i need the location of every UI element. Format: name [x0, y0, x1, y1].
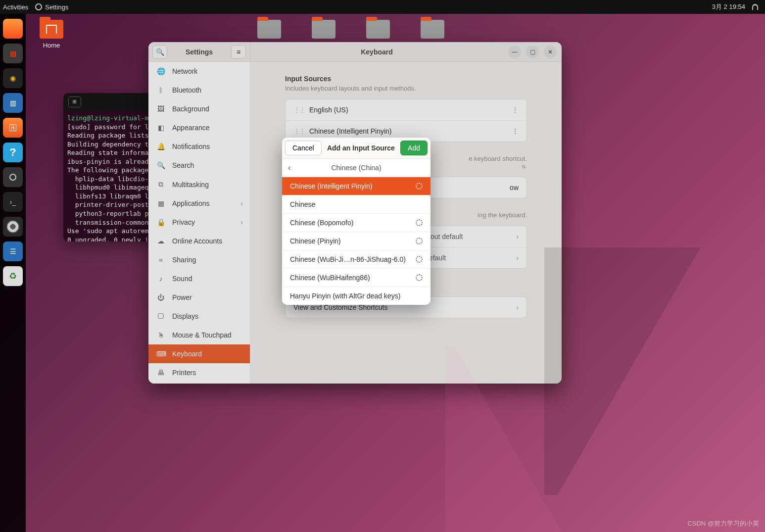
settings-icon — [35, 3, 42, 10]
dock-libreoffice[interactable]: ▥ — [3, 93, 23, 113]
sidebar-item-label: Background — [172, 105, 209, 113]
dialog-subheader: ‹ Chinese (China) — [282, 159, 430, 177]
dock-rhythmbox[interactable]: ◉ — [3, 68, 23, 88]
desktop-home[interactable]: Home — [40, 20, 63, 49]
option-label: Chinese (WuBi-Ji…n-86-JiShuag-6.0) — [290, 255, 406, 263]
sidebar-item-displays[interactable]: 🖵Displays — [148, 307, 250, 326]
gear-icon — [416, 274, 423, 281]
input-source-option[interactable]: Chinese (WuBiHaifeng86) — [282, 269, 430, 287]
sidebar-item-notifications[interactable]: 🔔Notifications — [148, 137, 250, 156]
dock-firefox[interactable] — [3, 19, 23, 39]
sidebar-item-label: Appearance — [172, 124, 210, 132]
gear-icon — [9, 174, 16, 181]
sidebar-icon: 🖱 — [156, 331, 165, 339]
input-source-options: Chinese (Intelligent Pinyin)ChineseChine… — [282, 177, 430, 305]
option-label: Chinese (WuBiHaifeng86) — [290, 274, 370, 282]
sidebar-item-power[interactable]: ⏻Power — [148, 288, 250, 307]
option-label: Hanyu Pinyin (with AltGr dead keys) — [290, 292, 400, 300]
sidebar-item-sharing[interactable]: ∝Sharing — [148, 250, 250, 269]
dock-settings[interactable] — [3, 167, 23, 187]
input-source-option[interactable]: Hanyu Pinyin (with AltGr dead keys) — [282, 287, 430, 305]
more-icon[interactable]: ⋮ — [512, 106, 519, 114]
sidebar-item-network[interactable]: 🌐Network — [148, 62, 250, 81]
sidebar-icon: 🔍 — [156, 161, 165, 169]
close-button[interactable]: ✕ — [544, 46, 557, 58]
chevron-right-icon: › — [516, 303, 519, 311]
sidebar-item-multitasking[interactable]: ⧉Multitasking — [148, 175, 250, 194]
active-app-menu[interactable]: Settings — [35, 3, 68, 11]
desktop-folder-2[interactable] — [312, 20, 335, 42]
input-source-option[interactable]: Chinese (Intelligent Pinyin) — [282, 177, 430, 195]
dock-help[interactable]: ? — [3, 143, 23, 162]
sidebar-icon: 🖵 — [156, 312, 165, 320]
back-button[interactable]: ‹ — [288, 163, 290, 172]
sidebar-icon: 🔔 — [156, 143, 165, 150]
search-icon: 🔍 — [156, 48, 164, 56]
search-button[interactable]: 🔍 — [152, 45, 167, 59]
bell-icon[interactable] — [752, 4, 758, 10]
minimize-button[interactable]: — — [508, 46, 521, 58]
sidebar-item-label: Network — [172, 67, 197, 75]
dock-software[interactable]: 🄰 — [3, 118, 23, 138]
dock-files[interactable]: ▤ — [3, 44, 23, 63]
sidebar-item-background[interactable]: 🖼Background — [148, 99, 250, 118]
sidebar-item-sound[interactable]: ♪Sound — [148, 269, 250, 288]
sidebar-item-label: Displays — [172, 312, 198, 320]
dock-terminal[interactable]: ›_ — [3, 192, 23, 212]
activities-button[interactable]: Activities — [3, 3, 28, 11]
sidebar-icon: 🖶 — [156, 369, 165, 377]
drag-handle-icon[interactable]: ⋮⋮ — [293, 106, 304, 114]
sidebar-item-label: Keyboard — [172, 350, 202, 358]
input-source-option[interactable]: Chinese (WuBi-Ji…n-86-JiShuag-6.0) — [282, 250, 430, 269]
sidebar-item-bluetooth[interactable]: ᛒBluetooth — [148, 81, 250, 99]
home-folder-icon — [40, 20, 63, 39]
hamburger-button[interactable]: ≡ — [231, 45, 246, 59]
sidebar-item-mouse-touchpad[interactable]: 🖱Mouse & Touchpad — [148, 326, 250, 344]
dock-todo[interactable]: ☰ — [3, 242, 23, 261]
maximize-button[interactable]: ▢ — [526, 46, 539, 58]
sidebar-item-label: Sharing — [172, 256, 196, 264]
sidebar-item-label: Multitasking — [172, 181, 209, 189]
sidebar-item-search[interactable]: 🔍Search — [148, 156, 250, 175]
settings-sidebar: 🌐NetworkᛒBluetooth🖼Background◧Appearance… — [148, 62, 250, 384]
settings-titlebar[interactable]: 🔍 Settings ≡ Keyboard — ▢ ✕ — [148, 42, 562, 62]
sidebar-item-label: Printers — [172, 369, 196, 377]
gear-icon — [416, 183, 423, 190]
sidebar-item-label: Privacy — [172, 218, 195, 226]
sidebar-icon: ∝ — [156, 256, 165, 264]
chevron-right-icon: › — [516, 233, 519, 241]
watermark: CSDN @努力学习的小英 — [687, 519, 759, 528]
input-source-label: English (US) — [309, 106, 348, 114]
desktop-folder-3[interactable] — [366, 20, 390, 42]
desktop-home-label: Home — [40, 42, 63, 49]
terminal-new-tab[interactable]: ⊞ — [68, 97, 81, 107]
desktop-folder-4[interactable] — [421, 20, 444, 42]
sidebar-item-online-accounts[interactable]: ☁Online Accounts — [148, 232, 250, 250]
sidebar-item-appearance[interactable]: ◧Appearance — [148, 118, 250, 137]
sidebar-item-printers[interactable]: 🖶Printers — [148, 363, 250, 382]
add-button[interactable]: Add — [400, 141, 428, 155]
sidebar-icon: ⌨ — [156, 350, 165, 358]
sidebar-item-label: Sound — [172, 275, 192, 283]
more-icon[interactable]: ⋮ — [512, 127, 519, 135]
drag-handle-icon[interactable]: ⋮⋮ — [293, 127, 304, 135]
dock-trash[interactable]: ♻ — [3, 266, 23, 286]
input-sources-list: ⋮⋮ English (US) ⋮ ⋮⋮ Chinese (Intelligen… — [285, 99, 527, 142]
sidebar-item-applications[interactable]: ▦Applications› — [148, 194, 250, 213]
chevron-right-icon: › — [516, 254, 519, 262]
sidebar-item-label: Power — [172, 293, 192, 301]
sidebar-item-label: Bluetooth — [172, 86, 201, 94]
input-source-option[interactable]: Chinese (Pinyin) — [282, 232, 430, 250]
input-source-option[interactable]: Chinese (Bopomofo) — [282, 214, 430, 232]
clock[interactable]: 3月 2 19:54 — [712, 2, 745, 11]
sidebar-icon: 🌐 — [156, 67, 165, 75]
input-source-row[interactable]: ⋮⋮ English (US) ⋮ — [286, 99, 526, 121]
sidebar-item-keyboard[interactable]: ⌨Keyboard — [148, 344, 250, 363]
sidebar-icon: ♪ — [156, 275, 165, 283]
language-group-label: Chinese (China) — [331, 164, 381, 172]
dock-discs[interactable] — [3, 217, 23, 237]
sidebar-item-privacy[interactable]: 🔒Privacy› — [148, 213, 250, 232]
cancel-button[interactable]: Cancel — [285, 141, 322, 155]
desktop-folder-1[interactable] — [257, 20, 281, 42]
input-source-option[interactable]: Chinese — [282, 195, 430, 214]
